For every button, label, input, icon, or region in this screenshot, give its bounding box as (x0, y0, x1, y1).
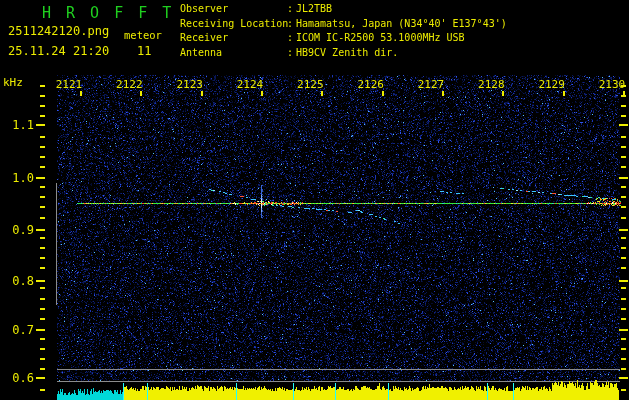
info-label: Receiving Location (180, 18, 288, 29)
freq-tick-label: 1.1 (0, 118, 34, 132)
info-separator: : (287, 18, 293, 29)
info-row-receiver: Receiver : ICOM IC-R2500 53.1000MHz USB (0, 32, 629, 45)
time-tick-label: 2124 (235, 78, 265, 91)
freq-tick-label: 0.9 (0, 223, 34, 237)
time-tick-label: 2129 (537, 78, 567, 91)
info-row-antenna: Antenna : HB9CV Zenith dir. (0, 47, 629, 60)
time-tick-label: 2122 (114, 78, 144, 91)
hrofft-screen: H R O F F T 2511242120.png meteor 25.11.… (0, 0, 629, 400)
freq-unit-label: kHz (3, 76, 23, 89)
info-value: JL2TBB (296, 3, 332, 14)
info-row-observer: Observer : JL2TBB (0, 3, 629, 16)
time-tick-label: 2127 (416, 78, 446, 91)
time-tick-label: 2128 (476, 78, 506, 91)
freq-tick-label: 0.7 (0, 323, 34, 337)
time-tick-label: 2125 (295, 78, 325, 91)
info-label: Receiver (180, 32, 228, 43)
freq-tick-label: 0.6 (0, 371, 34, 385)
info-value: HB9CV Zenith dir. (296, 47, 398, 58)
time-tick-label: 2121 (54, 78, 84, 91)
info-separator: : (287, 3, 293, 14)
info-value: ICOM IC-R2500 53.1000MHz USB (296, 32, 465, 43)
time-tick-label: 2130 (597, 78, 627, 91)
spectrogram-canvas (0, 0, 629, 400)
freq-tick-label: 0.8 (0, 274, 34, 288)
time-tick-label: 2123 (175, 78, 205, 91)
info-row-location: Receiving Location : Hamamatsu, Japan (N… (0, 18, 629, 31)
info-value: Hamamatsu, Japan (N34°40' E137°43') (296, 18, 507, 29)
time-tick-label: 2126 (356, 78, 386, 91)
info-separator: : (287, 47, 293, 58)
info-label: Antenna (180, 47, 222, 58)
info-label: Observer (180, 3, 228, 14)
info-separator: : (287, 32, 293, 43)
freq-tick-label: 1.0 (0, 171, 34, 185)
